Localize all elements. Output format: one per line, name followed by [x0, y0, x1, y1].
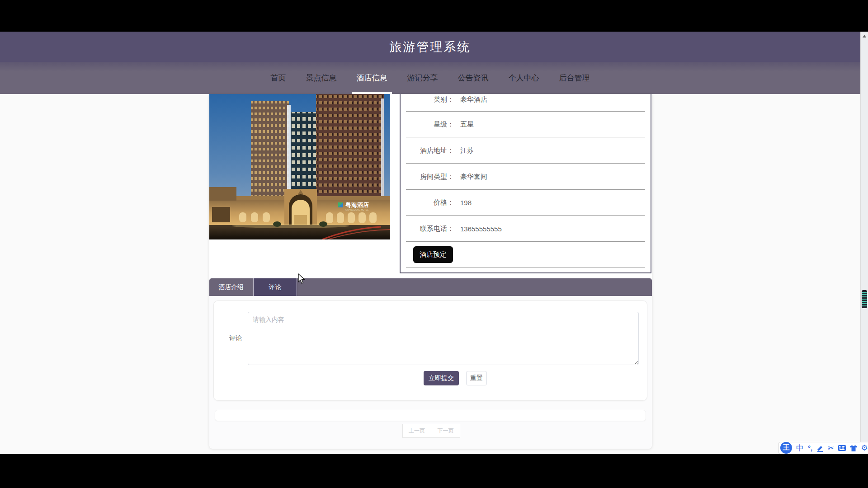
top-black-bar [0, 0, 868, 32]
field-value: 豪华套间 [460, 173, 487, 181]
ime-handwriting-icon[interactable] [816, 445, 824, 452]
info-row-star: 星级： 五星 [401, 112, 651, 137]
screen: 旅游管理系统 首页 景点信息 酒店信息 游记分享 公告资讯 个人中心 后台管理 [0, 0, 868, 488]
next-page-button[interactable]: 下一页 [431, 424, 460, 438]
field-value: 豪华酒店 [460, 95, 487, 104]
page-area: 旅游管理系统 首页 景点信息 酒店信息 游记分享 公告资讯 个人中心 后台管理 [0, 0, 860, 454]
svg-text:粤海酒店: 粤海酒店 [345, 202, 369, 208]
info-row-phone: 联系电话： 13655555555 [401, 216, 651, 242]
nav-item-announcements[interactable]: 公告资讯 [456, 62, 491, 94]
field-label: 类别： [401, 95, 454, 104]
hotel-info-panel: 类别： 豪华酒店 星级： 五星 酒店地址： 江苏 房间类型： 豪华套间 [400, 94, 651, 273]
ime-logo-icon[interactable]: 王 [780, 442, 792, 454]
ime-chinese-mode-icon[interactable]: 中 [796, 444, 804, 452]
site-header: 旅游管理系统 [0, 32, 860, 62]
field-value: 198 [460, 199, 472, 206]
hotel-detail-card: 粤海酒店 GUANGDONG HOTEL 类别： [209, 94, 652, 449]
field-label: 联系电话： [401, 225, 454, 233]
comment-form-card: 评论 立即提交 重置 [213, 300, 647, 401]
hotel-photo: 粤海酒店 GUANGDONG HOTEL [209, 94, 390, 239]
ime-skin-icon[interactable] [850, 445, 857, 451]
detail-tab-bar: 酒店介绍 评论 [209, 278, 652, 296]
content-area: 粤海酒店 GUANGDONG HOTEL 类别： [0, 94, 860, 454]
field-label: 星级： [401, 120, 454, 129]
info-row-category: 类别： 豪华酒店 [401, 94, 651, 112]
vertical-scrollbar[interactable] [860, 32, 868, 454]
tab-comments[interactable]: 评论 [253, 278, 297, 296]
tab-content: 评论 立即提交 重置 上一页 下一页 [209, 296, 652, 449]
scroll-up-arrow-icon[interactable] [863, 35, 866, 38]
booking-row: 酒店预定 [401, 242, 651, 267]
field-value: 13655555555 [460, 225, 502, 233]
comment-label: 评论 [229, 334, 242, 343]
ime-settings-icon[interactable]: ⚙ [861, 444, 868, 452]
field-value: 五星 [460, 120, 474, 129]
page-title: 旅游管理系统 [390, 39, 471, 55]
nav-item-home[interactable]: 首页 [269, 62, 288, 94]
nav-item-travel-notes[interactable]: 游记分享 [406, 62, 440, 94]
scrollbar-thumb[interactable] [862, 290, 867, 308]
hotel-book-button[interactable]: 酒店预定 [413, 246, 453, 263]
field-label: 价格： [401, 198, 454, 207]
submit-button[interactable]: 立即提交 [424, 371, 459, 385]
prev-page-button[interactable]: 上一页 [402, 424, 431, 438]
bottom-black-bar [0, 454, 868, 488]
nav-item-admin[interactable]: 后台管理 [557, 62, 592, 94]
field-label: 酒店地址： [401, 146, 454, 155]
nav-item-personal-center[interactable]: 个人中心 [507, 62, 541, 94]
tab-hotel-intro[interactable]: 酒店介绍 [209, 278, 253, 296]
ime-keyboard-icon[interactable] [838, 445, 846, 451]
main-nav: 首页 景点信息 酒店信息 游记分享 公告资讯 个人中心 后台管理 [0, 62, 860, 94]
reset-button[interactable]: 重置 [466, 371, 487, 385]
nav-item-hotel-info[interactable]: 酒店信息 [355, 62, 389, 94]
info-row-room-type: 房间类型： 豪华套间 [401, 164, 651, 190]
field-value: 江苏 [460, 146, 474, 155]
info-row-address: 酒店地址： 江苏 [401, 137, 651, 164]
ime-toolbar: 王 中 °, ✂ ⚙ [778, 442, 868, 454]
pagination: 上一页 下一页 [402, 424, 460, 438]
svg-text:GUANGDONG HOTEL: GUANGDONG HOTEL [345, 208, 369, 211]
comment-list-empty [215, 410, 646, 421]
nav-item-scenic-info[interactable]: 景点信息 [304, 62, 339, 94]
info-row-price: 价格： 198 [401, 190, 651, 216]
ime-punctuation-icon[interactable]: °, [808, 445, 812, 451]
comment-input[interactable] [248, 312, 639, 365]
field-label: 房间类型： [401, 173, 454, 181]
ime-cut-icon[interactable]: ✂ [828, 445, 834, 452]
